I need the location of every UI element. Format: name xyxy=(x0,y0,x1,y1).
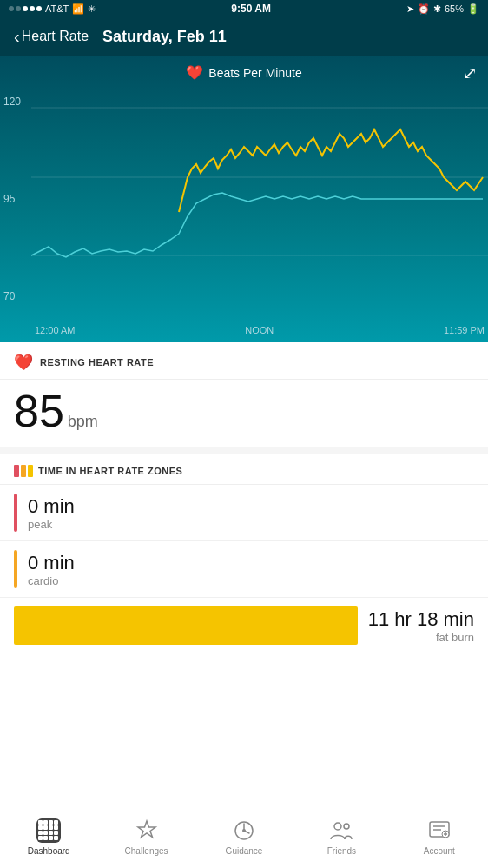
tab-guidance[interactable]: Guidance xyxy=(195,805,293,868)
svg-rect-3 xyxy=(38,820,43,825)
status-time: 9:50 AM xyxy=(231,3,271,15)
svg-point-20 xyxy=(242,829,246,832)
svg-rect-6 xyxy=(54,820,58,825)
chart-svg xyxy=(31,90,488,308)
svg-rect-5 xyxy=(49,820,53,825)
page-title: Saturday, Feb 11 xyxy=(102,28,227,46)
back-chevron-icon: ‹ xyxy=(14,27,20,47)
svg-rect-12 xyxy=(43,831,48,835)
fatburn-zone-name: fat burn xyxy=(436,631,474,644)
tab-dashboard[interactable]: Dashboard xyxy=(0,805,97,868)
challenges-label: Challenges xyxy=(125,846,168,856)
tab-challenges[interactable]: Challenges xyxy=(97,805,195,868)
zones-section-title: TIME IN HEART RATE ZONES xyxy=(38,466,182,476)
cardio-color-bar xyxy=(14,550,17,588)
cardio-zone-info: 0 min cardio xyxy=(28,552,75,587)
svg-rect-4 xyxy=(43,820,48,825)
location-icon: ➤ xyxy=(406,3,414,15)
tab-account[interactable]: Account xyxy=(391,805,488,868)
peak-zone-name: peak xyxy=(28,518,75,531)
resting-value-row: 85 bpm xyxy=(0,380,488,447)
tab-bar: Dashboard Challenges Guidance xyxy=(0,805,488,868)
status-bar: AT&T 📶 ✳ 9:50 AM ➤ ⏰ ✱ 65% 🔋 xyxy=(0,0,488,17)
resting-heart-rate-section: ❤️ RESTING HEART RATE 85 bpm xyxy=(0,342,488,447)
status-left: AT&T 📶 ✳ xyxy=(9,3,96,15)
resting-section-header: ❤️ RESTING HEART RATE xyxy=(0,342,488,380)
svg-rect-11 xyxy=(38,831,43,835)
cardio-zone-name: cardio xyxy=(28,574,75,587)
resting-heart-icon: ❤️ xyxy=(14,353,33,372)
fatburn-zone-row: 11 hr 18 min fat burn xyxy=(0,598,488,653)
dashboard-label: Dashboard xyxy=(28,846,70,856)
zones-icon xyxy=(14,465,33,477)
svg-rect-8 xyxy=(43,825,48,830)
alarm-icon: ⏰ xyxy=(418,3,430,15)
activity-icon: ✳ xyxy=(88,3,96,15)
svg-rect-7 xyxy=(38,825,43,830)
challenges-svg xyxy=(135,818,159,843)
peak-color-bar xyxy=(14,494,17,532)
back-button[interactable]: ‹ Heart Rate xyxy=(14,27,89,47)
x-label-night: 11:59 PM xyxy=(444,325,485,335)
svg-point-21 xyxy=(334,823,341,830)
chart-y-labels: 120 95 70 xyxy=(0,90,31,308)
signal-dots xyxy=(9,6,42,11)
tab-friends[interactable]: Friends xyxy=(293,805,390,868)
y-label-95: 95 xyxy=(0,193,31,205)
cardio-zone-row: 0 min cardio xyxy=(0,541,488,598)
legend-label: Beats Per Minute xyxy=(208,66,301,80)
guidance-svg xyxy=(232,818,256,843)
dashboard-icon xyxy=(36,818,61,843)
svg-rect-9 xyxy=(49,825,53,830)
signal-dot-5 xyxy=(36,6,42,11)
cardio-zone-icon xyxy=(21,465,26,477)
dashboard-svg xyxy=(36,818,61,843)
svg-rect-16 xyxy=(43,836,48,840)
peak-zone-icon xyxy=(14,465,19,477)
fatburn-zone-info: 11 hr 18 min fat burn xyxy=(368,608,474,644)
peak-zone-row: 0 min peak xyxy=(0,485,488,541)
x-label-midnight: 12:00 AM xyxy=(35,325,75,335)
chart-svg-area xyxy=(31,90,488,308)
challenges-icon xyxy=(135,818,159,843)
zones-header: TIME IN HEART RATE ZONES xyxy=(0,454,488,485)
battery-label: 65% xyxy=(445,3,464,14)
svg-point-22 xyxy=(344,824,349,829)
x-label-noon: NOON xyxy=(245,325,274,335)
status-right: ➤ ⏰ ✱ 65% 🔋 xyxy=(406,3,479,15)
back-label: Heart Rate xyxy=(22,29,89,44)
resting-section-title: RESTING HEART RATE xyxy=(40,357,154,368)
svg-rect-14 xyxy=(54,831,58,835)
header-nav: ‹ Heart Rate Saturday, Feb 11 xyxy=(0,17,488,56)
account-icon xyxy=(427,818,452,843)
peak-zone-info: 0 min peak xyxy=(28,495,75,531)
svg-rect-17 xyxy=(49,836,53,840)
resting-bpm-unit: bpm xyxy=(68,413,98,431)
bluetooth-icon: ✱ xyxy=(433,3,441,15)
carrier-label: AT&T xyxy=(45,3,69,14)
signal-dot-1 xyxy=(9,6,14,11)
guidance-label: Guidance xyxy=(226,846,263,856)
y-label-120: 120 xyxy=(0,96,31,108)
svg-rect-18 xyxy=(54,836,58,840)
friends-label: Friends xyxy=(327,846,356,856)
peak-zone-time: 0 min xyxy=(28,495,75,518)
account-svg xyxy=(427,818,452,843)
svg-rect-15 xyxy=(38,836,43,840)
resting-bpm-number: 85 xyxy=(14,388,64,434)
heart-rate-zones-section: TIME IN HEART RATE ZONES 0 min peak 0 mi… xyxy=(0,454,488,653)
content-area: ❤️ RESTING HEART RATE 85 bpm TIME IN HEA… xyxy=(0,342,488,653)
friends-icon xyxy=(329,818,353,843)
cardio-zone-time: 0 min xyxy=(28,552,75,574)
chart-x-labels: 12:00 AM NOON 11:59 PM xyxy=(31,325,488,335)
heart-rate-chart: ❤️ Beats Per Minute ⤢ 120 95 70 12:00 AM… xyxy=(0,56,488,342)
account-label: Account xyxy=(424,846,455,856)
battery-icon: 🔋 xyxy=(467,3,479,15)
signal-dot-2 xyxy=(16,6,21,11)
heart-icon: ❤️ xyxy=(186,64,203,81)
expand-button[interactable]: ⤢ xyxy=(463,63,478,83)
fatburn-zone-time: 11 hr 18 min xyxy=(368,608,474,631)
y-label-70: 70 xyxy=(0,290,31,302)
svg-rect-10 xyxy=(54,825,58,830)
signal-dot-3 xyxy=(23,6,28,11)
